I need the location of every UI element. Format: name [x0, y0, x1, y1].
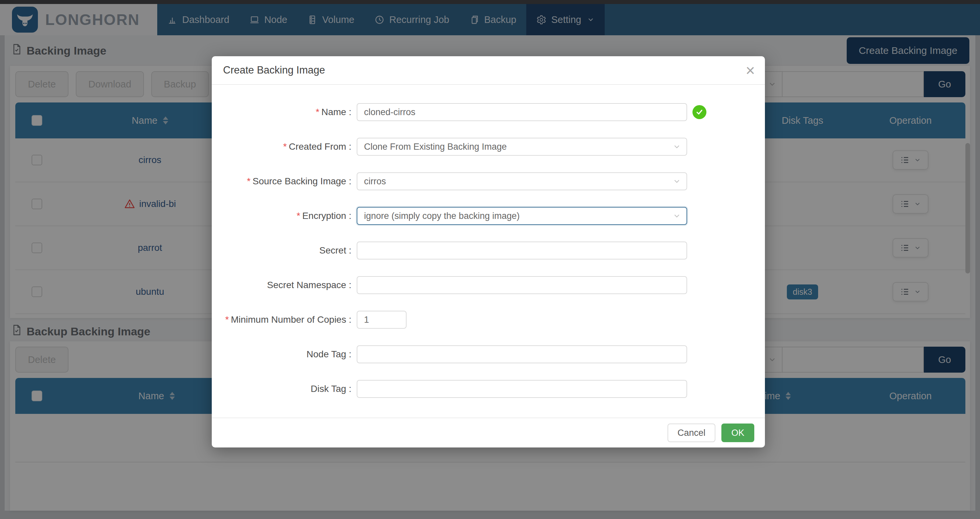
field-label: Source Backing Image [253, 176, 352, 186]
field-secret-input[interactable] [357, 241, 687, 260]
select-value: ignore (simply copy the backing image) [364, 211, 520, 221]
required-asterisk: * [283, 141, 287, 152]
cancel-button[interactable]: Cancel [668, 423, 715, 442]
field-node-tag-input[interactable] [357, 345, 687, 363]
required-asterisk: * [247, 176, 251, 186]
form-field: *Encryptionignore (simply copy the backi… [212, 199, 765, 233]
modal-body: *Name*Created FromClone From Existing Ba… [212, 86, 765, 418]
field-label: Secret [320, 245, 352, 256]
chevron-down-icon [673, 212, 681, 220]
check-circle-icon [692, 105, 706, 119]
field-label: Encryption [302, 211, 352, 221]
field-label: Name [321, 107, 352, 117]
create-backing-image-modal: Create Backing Image × *Name*Created Fro… [212, 56, 765, 447]
form-field: *Minimum Number of Copies [212, 302, 765, 337]
required-asterisk: * [296, 211, 300, 221]
field-name-input[interactable] [357, 103, 687, 121]
form-field: Secret [212, 233, 765, 268]
form-field: Disk Tag [212, 372, 765, 406]
form-field: *Source Backing Imagecirros [212, 164, 765, 199]
field-label: Minimum Number of Copies [231, 315, 352, 325]
modal-header: Create Backing Image × [212, 56, 765, 85]
field-label: Disk Tag [311, 383, 352, 394]
select-value: cirros [364, 176, 386, 187]
ok-button[interactable]: OK [721, 423, 754, 442]
field-created-from-select[interactable]: Clone From Existing Backing Image [357, 138, 687, 156]
field-label: Node Tag [307, 349, 352, 359]
longhorn-app: LONGHORN DashboardNodeVolumeRecurring Jo… [0, 0, 980, 519]
field-minimum-number-of-copies-input[interactable] [357, 311, 407, 329]
modal-title: Create Backing Image [223, 64, 325, 76]
modal-footer: Cancel OK [212, 418, 765, 447]
form-field: *Created FromClone From Existing Backing… [212, 129, 765, 164]
chevron-down-icon [673, 177, 681, 186]
select-value: Clone From Existing Backing Image [364, 142, 507, 152]
form-field: *Name [212, 95, 765, 129]
close-icon[interactable]: × [746, 59, 755, 82]
field-label: Created From [289, 141, 352, 152]
field-label: Secret Namespace [267, 280, 352, 290]
field-source-backing-image-select[interactable]: cirros [357, 172, 687, 190]
required-asterisk: * [316, 107, 320, 117]
form-field: Secret Namespace [212, 268, 765, 302]
required-asterisk: * [225, 315, 229, 325]
field-encryption-select[interactable]: ignore (simply copy the backing image) [357, 207, 687, 225]
form-field: Node Tag [212, 337, 765, 372]
field-disk-tag-input[interactable] [357, 380, 687, 398]
chevron-down-icon [673, 142, 681, 151]
field-secret-namespace-input[interactable] [357, 276, 687, 294]
